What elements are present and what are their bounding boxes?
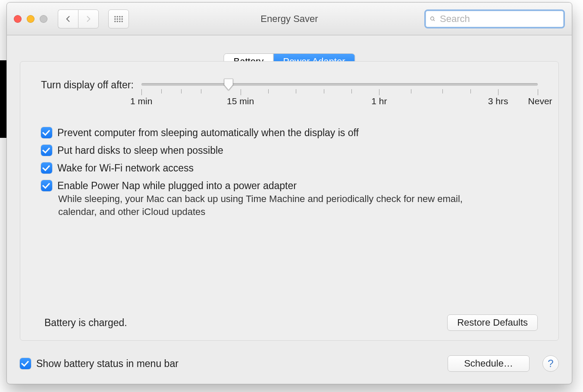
schedule-button[interactable]: Schedule… (448, 355, 530, 372)
close-window-button[interactable] (14, 15, 22, 23)
titlebar: Energy Saver (7, 3, 572, 35)
search-field[interactable] (424, 9, 565, 28)
slider-track (141, 83, 538, 86)
prevent-sleep-label: Prevent computer from sleeping automatic… (57, 127, 359, 139)
energy-saver-window: Energy Saver Battery Power Adapter Turn … (6, 2, 572, 384)
search-icon (430, 15, 436, 23)
power-nap-subtext: While sleeping, your Mac can back up usi… (58, 193, 498, 218)
options-list: Prevent computer from sleeping automatic… (41, 127, 538, 218)
checkbox-icon (41, 145, 52, 156)
disk-sleep-label: Put hard disks to sleep when possible (57, 145, 223, 156)
prevent-sleep-option[interactable]: Prevent computer from sleeping automatic… (41, 127, 538, 139)
wake-wifi-option[interactable]: Wake for Wi-Fi network access (41, 162, 538, 174)
display-off-slider[interactable]: 1 min 15 min 1 hr 3 hrs Never (141, 83, 538, 114)
settings-panel: Turn display off after: (20, 61, 559, 341)
show-battery-status-label: Show battery status in menu bar (36, 358, 179, 370)
help-button[interactable]: ? (542, 355, 559, 372)
content-area: Battery Power Adapter Turn display off a… (7, 35, 572, 384)
panel-footer: Battery is charged. Restore Defaults (41, 314, 538, 331)
checkbox-icon (20, 358, 31, 369)
forward-button[interactable] (78, 9, 99, 28)
show-battery-status-option[interactable]: Show battery status in menu bar (20, 358, 179, 370)
grid-icon (114, 16, 123, 22)
restore-defaults-button[interactable]: Restore Defaults (447, 314, 538, 331)
show-all-button[interactable] (108, 9, 129, 28)
search-input[interactable] (439, 13, 559, 25)
wake-wifi-label: Wake for Wi-Fi network access (57, 162, 194, 174)
chevron-right-icon (84, 15, 93, 23)
checkbox-icon (41, 162, 52, 174)
display-off-row: Turn display off after: (41, 79, 538, 114)
bottom-bar: Show battery status in menu bar Schedule… (20, 355, 559, 372)
battery-status-text: Battery is charged. (44, 317, 127, 329)
checkbox-icon (41, 127, 52, 138)
svg-line-1 (433, 19, 435, 21)
display-off-label: Turn display off after: (41, 79, 134, 91)
back-button[interactable] (58, 9, 78, 28)
svg-point-0 (431, 17, 434, 20)
power-nap-option[interactable]: Enable Power Nap while plugged into a po… (41, 180, 538, 192)
nav-buttons (58, 9, 99, 28)
chevron-left-icon (64, 15, 72, 23)
window-controls (14, 15, 47, 23)
minimize-window-button[interactable] (27, 15, 34, 23)
checkbox-icon (41, 180, 52, 191)
power-nap-label: Enable Power Nap while plugged into a po… (57, 180, 297, 192)
disk-sleep-option[interactable]: Put hard disks to sleep when possible (41, 145, 538, 156)
zoom-window-button[interactable] (40, 15, 47, 23)
